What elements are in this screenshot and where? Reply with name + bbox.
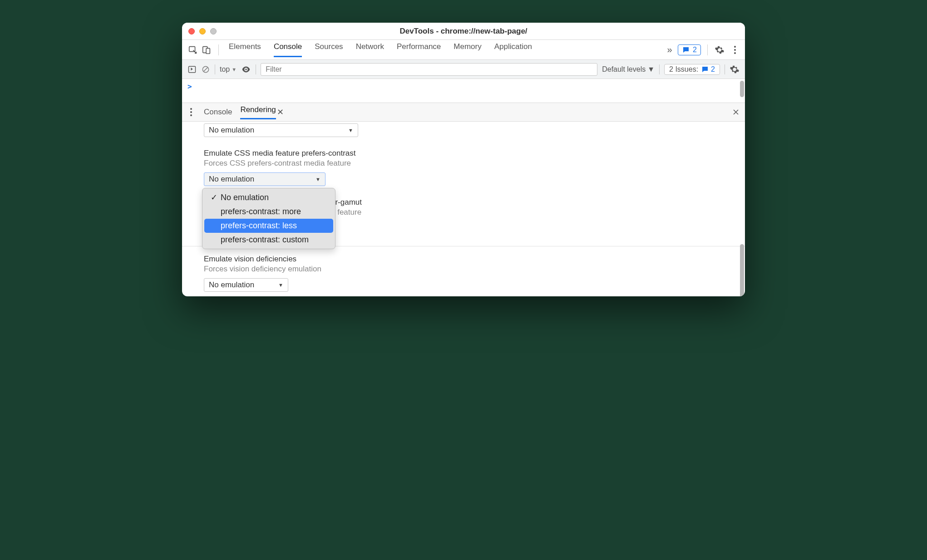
section-title: Emulate CSS media feature prefers-contra… xyxy=(204,149,723,158)
divider xyxy=(218,44,219,55)
section-subtitle-fragment: a feature xyxy=(331,208,723,217)
scrollbar-thumb[interactable] xyxy=(740,81,744,97)
caret-down-icon: ▼ xyxy=(348,128,353,133)
dropdown-option[interactable]: ✓ No emulation xyxy=(204,190,333,205)
minimize-window-button[interactable] xyxy=(199,28,206,34)
option-label: prefers-contrast: custom xyxy=(221,235,309,245)
tab-performance[interactable]: Performance xyxy=(397,42,441,57)
zoom-window-button[interactable] xyxy=(210,28,217,34)
close-window-button[interactable] xyxy=(188,28,195,34)
option-label: prefers-contrast: more xyxy=(221,207,301,216)
section-subtitle: Forces CSS prefers-contrast media featur… xyxy=(204,159,723,168)
section-subtitle: Forces vision deficiency emulation xyxy=(204,265,723,274)
main-toolbar: Elements Console Sources Network Perform… xyxy=(182,40,745,60)
scrollbar-thumb[interactable] xyxy=(740,244,744,296)
checkmark-icon: ✓ xyxy=(211,192,217,202)
issues-label: 2 Issues: xyxy=(669,65,698,74)
drawer-header: Console Rendering ✕ xyxy=(182,103,745,122)
select-vision-deficiency[interactable]: No emulation ▼ xyxy=(204,278,288,292)
dropdown-prefers-contrast: ✓ No emulation prefers-contrast: more pr… xyxy=(202,188,335,249)
drawer-tab-rendering[interactable]: Rendering xyxy=(240,105,276,119)
context-selector[interactable]: top ▼ xyxy=(220,65,237,74)
section-prefers-contrast: Emulate CSS media feature prefers-contra… xyxy=(204,149,723,240)
more-menu-icon[interactable] xyxy=(730,46,740,54)
filter-input[interactable] xyxy=(261,63,597,76)
select-prefers-contrast[interactable]: No emulation ▼ xyxy=(204,172,325,186)
tab-elements[interactable]: Elements xyxy=(229,42,261,57)
console-settings-icon[interactable] xyxy=(730,64,740,74)
titlebar: DevTools - chrome://new-tab-page/ xyxy=(182,23,745,40)
caret-down-icon: ▼ xyxy=(316,177,321,182)
messages-badge[interactable]: 2 xyxy=(678,44,701,55)
issues-chip[interactable]: 2 Issues: 2 xyxy=(664,64,720,75)
drawer-tab-console[interactable]: Console xyxy=(204,108,232,117)
dropdown-option[interactable]: prefers-contrast: less xyxy=(204,219,333,233)
divider xyxy=(725,64,725,74)
section-title-fragment: or-gamut xyxy=(331,198,723,207)
dropdown-option[interactable]: prefers-contrast: more xyxy=(204,205,333,219)
issues-count: 2 xyxy=(711,65,715,74)
devtools-window: DevTools - chrome://new-tab-page/ Elemen… xyxy=(182,23,745,296)
select-generic[interactable]: No emulation ▼ xyxy=(204,123,358,137)
select-value: No emulation xyxy=(209,126,254,135)
tab-memory[interactable]: Memory xyxy=(454,42,481,57)
select-value: No emulation xyxy=(209,280,254,290)
window-title: DevTools - chrome://new-tab-page/ xyxy=(182,27,745,36)
dropdown-option[interactable]: prefers-contrast: custom xyxy=(204,233,333,247)
log-levels-selector[interactable]: Default levels ▼ xyxy=(602,65,655,74)
divider xyxy=(659,64,660,74)
drawer-menu-icon[interactable] xyxy=(187,108,196,116)
messages-count: 2 xyxy=(693,46,697,54)
live-expression-icon[interactable] xyxy=(241,64,251,74)
settings-icon[interactable] xyxy=(714,44,725,55)
console-toolbar: top ▼ Default levels ▼ 2 Issues: 2 xyxy=(182,60,745,79)
console-body[interactable]: > xyxy=(182,79,745,103)
divider xyxy=(215,64,215,74)
caret-down-icon: ▼ xyxy=(647,65,655,74)
window-controls xyxy=(188,28,217,34)
clear-console-icon[interactable] xyxy=(201,65,210,74)
close-tab-icon[interactable]: ✕ xyxy=(277,107,284,117)
option-label: No emulation xyxy=(221,193,269,202)
tab-application[interactable]: Application xyxy=(494,42,532,57)
show-sidebar-icon[interactable] xyxy=(187,65,197,74)
rendering-panel: No emulation ▼ Emulate CSS media feature… xyxy=(182,122,745,296)
divider xyxy=(707,44,708,55)
close-drawer-icon[interactable] xyxy=(731,108,740,117)
console-prompt-icon: > xyxy=(187,82,192,91)
option-label: prefers-contrast: less xyxy=(221,221,297,231)
tab-network[interactable]: Network xyxy=(356,42,384,57)
context-label: top xyxy=(220,65,230,74)
divider xyxy=(256,64,256,74)
tab-console[interactable]: Console xyxy=(274,42,302,57)
caret-down-icon: ▼ xyxy=(232,67,237,72)
caret-down-icon: ▼ xyxy=(278,282,283,288)
more-tabs-icon[interactable]: » xyxy=(664,44,675,55)
tab-sources[interactable]: Sources xyxy=(315,42,343,57)
section-vision-deficiencies: Emulate vision deficiencies Forces visio… xyxy=(204,255,723,292)
select-value: No emulation xyxy=(209,175,254,184)
inspect-icon[interactable] xyxy=(187,44,198,55)
device-toggle-icon[interactable] xyxy=(201,44,212,55)
levels-label: Default levels xyxy=(602,65,646,74)
section-title: Emulate vision deficiencies xyxy=(204,255,723,264)
svg-rect-2 xyxy=(206,48,210,54)
main-tabs: Elements Console Sources Network Perform… xyxy=(229,42,532,57)
